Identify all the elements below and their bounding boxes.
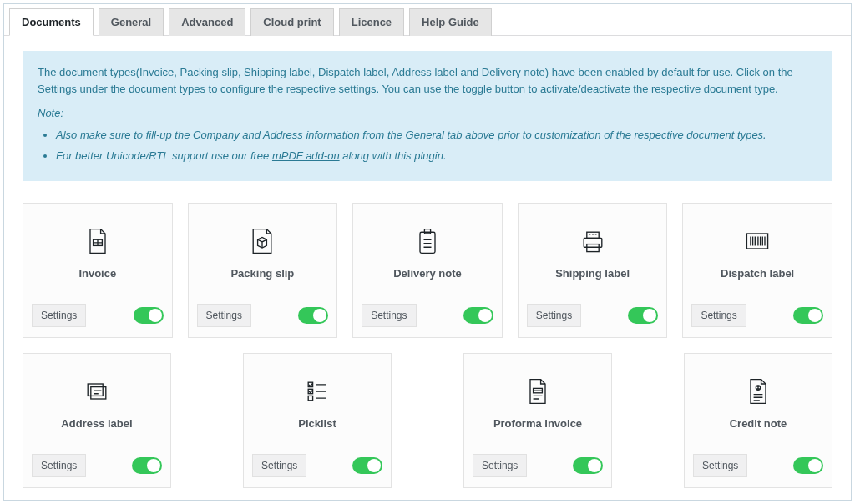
card-proforma-invoice: Proforma invoiceSettings [463,353,612,488]
barcode-icon [742,226,772,259]
card-title: Proforma invoice [493,417,582,430]
svg-rect-8 [91,386,106,398]
card-title: Shipping label [555,267,630,280]
card-picklist: PicklistSettings [243,353,392,488]
card-body: Delivery note [353,204,502,295]
box-icon [247,226,277,259]
toggle-address-label[interactable] [132,457,162,474]
card-invoice: InvoiceSettings [23,203,173,338]
clipboard-icon [412,226,443,259]
labels-icon [82,376,112,409]
tab-content: The document types(Invoice, Packing slip… [4,36,851,501]
toggle-knob [367,459,381,472]
toggle-knob [808,459,822,472]
toggle-knob [588,459,601,472]
invoice2-icon [523,376,553,409]
card-title: Address label [61,417,132,430]
card-dispatch-label: Dispatch labelSettings [682,203,832,338]
toggle-knob [313,309,326,322]
settings-button-delivery-note[interactable]: Settings [362,304,416,327]
card-footer: Settings [353,295,502,337]
card-body: Invoice [23,204,172,295]
card-delivery-note: Delivery noteSettings [352,203,503,338]
toggle-knob [643,309,656,322]
tab-licence[interactable]: Licence [339,8,404,36]
svg-rect-5 [586,244,598,251]
card-footer: Settings [683,295,832,337]
settings-button-picklist[interactable]: Settings [252,454,306,477]
card-footer: Settings [464,446,611,487]
credit-icon [743,376,773,409]
notice-bullet-2: For better Unicode/RTL support use our f… [56,148,817,164]
tab-general[interactable]: General [99,8,164,36]
card-body: Credit note [685,354,832,446]
toggle-dispatch-label[interactable] [793,307,823,324]
toggle-packing-slip[interactable] [298,307,328,324]
toggle-proforma-invoice[interactable] [573,457,603,474]
card-body: Picklist [244,354,391,446]
cards-row-2: Address labelSettingsPicklistSettingsPro… [23,353,832,488]
toggle-knob [149,309,162,322]
settings-button-proforma-invoice[interactable]: Settings [473,454,527,477]
toggle-knob [147,459,160,472]
settings-button-dispatch-label[interactable]: Settings [691,304,746,327]
card-credit-note: Credit noteSettings [684,353,832,488]
settings-button-invoice[interactable]: Settings [32,304,86,327]
toggle-invoice[interactable] [134,307,164,324]
notice-intro: The document types(Invoice, Packing slip… [38,64,817,97]
settings-button-credit-note[interactable]: Settings [693,454,747,477]
card-body: Packing slip [189,204,337,295]
notice-bullet-1: Also make sure to fill-up the Company an… [56,127,817,144]
card-title: Credit note [730,417,787,430]
card-packing-slip: Packing slipSettings [188,203,338,338]
toggle-shipping-label[interactable] [628,307,658,324]
tab-help-guide[interactable]: Help Guide [409,8,492,36]
settings-button-packing-slip[interactable]: Settings [197,304,251,327]
printer-icon [578,226,608,259]
toggle-picklist[interactable] [352,457,382,474]
toggle-credit-note[interactable] [793,457,823,474]
card-address-label: Address labelSettings [23,353,171,488]
card-footer: Settings [189,295,337,337]
card-footer: Settings [685,446,832,487]
card-title: Picklist [298,417,336,430]
checklist-icon [302,376,332,409]
notice-note-label: Note: [38,105,817,122]
cards-row-1: InvoiceSettingsPacking slipSettingsDeliv… [23,203,832,338]
settings-button-shipping-label[interactable]: Settings [527,304,581,327]
toggle-knob [808,309,822,322]
card-footer: Settings [244,446,391,487]
settings-button-address-label[interactable]: Settings [32,454,86,477]
info-notice: The document types(Invoice, Packing slip… [23,51,832,181]
svg-rect-2 [424,229,430,233]
card-footer: Settings [23,295,172,337]
card-body: Address label [23,354,170,446]
card-footer: Settings [519,295,667,337]
invoice-icon [83,226,113,259]
card-body: Proforma invoice [464,354,611,446]
notice-list: Also make sure to fill-up the Company an… [56,127,817,164]
svg-rect-1 [420,232,435,253]
tabs-nav: DocumentsGeneralAdvancedCloud printLicen… [4,4,851,36]
card-title: Delivery note [393,267,462,280]
card-body: Dispatch label [683,204,832,295]
card-body: Shipping label [519,204,667,295]
svg-rect-11 [308,396,312,400]
tab-cloud-print[interactable]: Cloud print [250,8,333,36]
card-title: Invoice [78,267,116,280]
tab-documents[interactable]: Documents [9,8,94,36]
toggle-delivery-note[interactable] [463,307,493,324]
card-shipping-label: Shipping labelSettings [518,203,668,338]
settings-frame: DocumentsGeneralAdvancedCloud printLicen… [3,3,852,501]
mpdf-addon-link[interactable]: mPDF add-on [272,149,340,162]
toggle-knob [478,309,492,322]
card-title: Dispatch label [721,267,794,280]
card-footer: Settings [23,446,170,487]
tab-advanced[interactable]: Advanced [169,8,245,36]
svg-rect-4 [586,232,598,238]
card-title: Packing slip [230,267,294,280]
